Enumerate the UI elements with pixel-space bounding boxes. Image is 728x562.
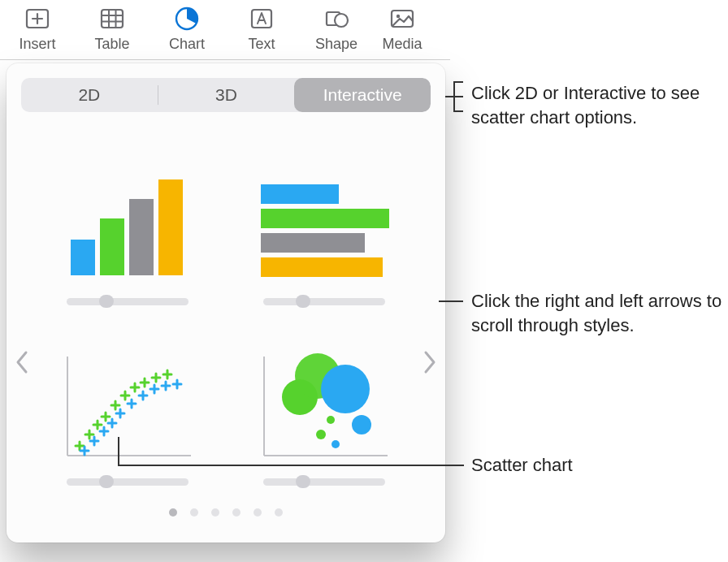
insert-icon <box>22 3 53 34</box>
text-icon <box>246 3 277 34</box>
chart-style-slider[interactable] <box>263 478 385 486</box>
svg-point-27 <box>316 430 326 439</box>
callout-line-h <box>118 465 464 466</box>
chart-type-popover: 2D 3D Interactive <box>6 63 445 543</box>
toolbar-chart[interactable]: Chart <box>150 3 224 53</box>
svg-point-30 <box>321 365 370 413</box>
toolbar-label: Text <box>248 36 275 53</box>
svg-point-11 <box>335 14 348 27</box>
svg-rect-20 <box>261 233 365 253</box>
bubble-chart-preview-icon <box>258 350 391 464</box>
svg-rect-19 <box>261 209 389 228</box>
shape-icon <box>321 3 352 34</box>
chart-style-slider[interactable] <box>67 298 188 305</box>
chart-type-segmented: 2D 3D Interactive <box>21 78 431 112</box>
svg-rect-21 <box>261 257 383 277</box>
chart-style-option-bar[interactable] <box>240 145 408 305</box>
page-dot[interactable] <box>254 508 262 517</box>
chart-style-slider[interactable] <box>67 478 188 486</box>
page-dot[interactable] <box>275 508 283 517</box>
page-dot[interactable] <box>169 508 177 517</box>
toolbar-table[interactable]: Table <box>75 3 150 53</box>
svg-rect-15 <box>100 218 124 275</box>
svg-point-28 <box>327 416 335 424</box>
toolbar-label: Media <box>382 36 422 53</box>
page-dot[interactable] <box>190 508 198 517</box>
toolbar-label: Chart <box>169 36 205 53</box>
svg-point-13 <box>396 15 400 18</box>
slider-thumb[interactable] <box>99 295 114 308</box>
toolbar-media[interactable]: Media <box>374 3 431 53</box>
chart-style-slider[interactable] <box>263 298 385 305</box>
slider-thumb[interactable] <box>296 295 310 308</box>
toolbar-insert[interactable]: Insert <box>0 3 75 53</box>
chart-style-option-column[interactable] <box>44 145 211 305</box>
media-icon <box>387 3 418 34</box>
toolbar: Insert Table Chart Text Shape Media <box>0 0 450 60</box>
scatter-chart-preview-icon <box>61 350 194 464</box>
slider-thumb[interactable] <box>296 475 310 488</box>
bar-chart-preview-icon <box>258 170 391 283</box>
segment-3d[interactable]: 3D <box>158 78 295 112</box>
prev-page-arrow[interactable] <box>11 344 32 380</box>
svg-point-32 <box>332 440 340 448</box>
segment-2d[interactable]: 2D <box>21 78 158 112</box>
callout-bracket-top <box>453 81 463 83</box>
toolbar-label: Table <box>94 36 129 53</box>
toolbar-shape[interactable]: Shape <box>299 3 374 53</box>
slider-thumb[interactable] <box>99 475 114 488</box>
toolbar-label: Insert <box>19 36 55 53</box>
chevron-left-icon <box>15 350 29 374</box>
callout-line-v <box>118 437 119 466</box>
svg-point-31 <box>352 415 371 434</box>
svg-rect-14 <box>71 240 95 275</box>
toolbar-label: Shape <box>315 36 358 53</box>
page-dot[interactable] <box>211 508 219 517</box>
chart-style-option-scatter[interactable] <box>44 325 211 486</box>
callout-bracket <box>453 81 455 112</box>
svg-rect-3 <box>102 10 123 28</box>
next-page-arrow[interactable] <box>419 344 440 380</box>
chart-icon <box>171 3 202 34</box>
table-icon <box>97 3 128 34</box>
callout-text-mid: Click the right and left arrows to scrol… <box>471 289 723 337</box>
page-indicator <box>21 508 431 517</box>
callout-bracket-bot <box>453 110 463 112</box>
callout-text-top: Click 2D or Interactive to see scatter c… <box>471 81 723 129</box>
chart-style-grid <box>21 112 431 502</box>
callout-line <box>439 300 463 302</box>
svg-rect-17 <box>158 179 183 275</box>
svg-rect-18 <box>261 184 339 204</box>
svg-rect-16 <box>129 199 154 275</box>
chart-style-option-bubble[interactable] <box>240 325 408 486</box>
toolbar-text[interactable]: Text <box>224 3 299 53</box>
column-chart-preview-icon <box>61 170 194 283</box>
page-dot[interactable] <box>232 508 240 517</box>
chevron-right-icon <box>422 350 437 374</box>
segment-interactive[interactable]: Interactive <box>294 78 431 112</box>
callout-text-bottom: Scatter chart <box>471 453 723 478</box>
